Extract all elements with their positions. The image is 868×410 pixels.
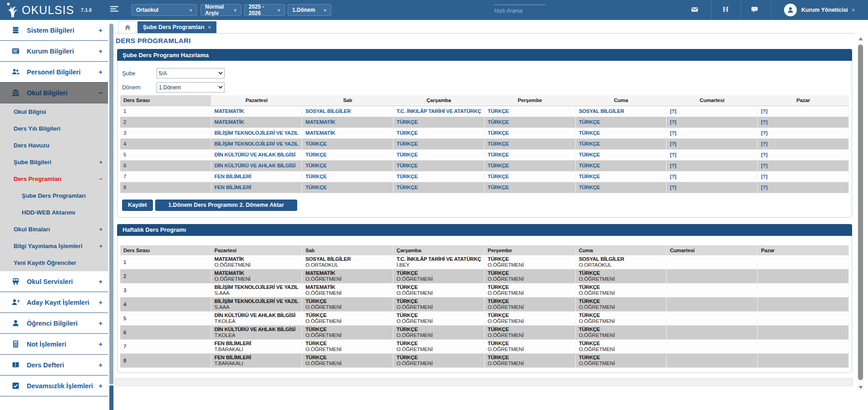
archive-select[interactable]: Normal Arşiv∨ xyxy=(201,4,241,16)
sidebar-item-okul-binalari[interactable]: Okul Binaları+ xyxy=(0,221,108,238)
sidebar-item-sube-bilgileri[interactable]: Şube Bilgileri+ xyxy=(0,154,108,171)
empty-slot-link[interactable]: [?] xyxy=(758,171,849,182)
user-role-label[interactable]: Kurum Yöneticisi xyxy=(801,7,848,13)
lesson-link[interactable]: TÜRKÇE xyxy=(393,171,485,182)
term-select[interactable]: 1.Dönem∨ xyxy=(288,4,331,16)
school-level-select[interactable]: Ortaokul∨ xyxy=(132,4,197,16)
scroll-down-arrow[interactable] xyxy=(858,386,863,389)
lesson-link[interactable]: TÜRKÇE xyxy=(575,138,667,149)
lesson-link[interactable]: TÜRKÇE xyxy=(575,171,667,182)
sidebar-item-ders-defteri[interactable]: Ders Defteri+ xyxy=(0,355,108,376)
lesson-link[interactable]: TÜRKÇE xyxy=(484,182,575,193)
help-h-icon[interactable]: H xyxy=(721,5,730,14)
lesson-link[interactable]: T.C. İNKILÂP TARİHİ VE ATATÜRKÇ xyxy=(393,106,485,117)
collapse-minus-icon[interactable]: − xyxy=(98,89,103,97)
expand-plus-icon[interactable]: + xyxy=(98,319,103,327)
school-year-select[interactable]: 2025 - 2026∨ xyxy=(244,4,285,16)
sidebar-item-devamsizlik-islemleri[interactable]: Devamsızlık İşlemleri+ xyxy=(0,376,108,396)
lesson-link[interactable]: TÜRKÇE xyxy=(484,171,575,182)
expand-plus-icon[interactable]: + xyxy=(98,361,103,369)
lesson-link[interactable]: TÜRKÇE xyxy=(484,117,575,127)
lesson-link[interactable]: DİN KÜLTÜRÜ VE AHLAK BİLGİSİ xyxy=(211,149,302,160)
lesson-link[interactable]: TÜRKÇE xyxy=(484,138,575,149)
chat-icon[interactable] xyxy=(750,6,759,14)
save-button[interactable]: Kaydet xyxy=(122,200,153,211)
sidebar-item-ders-havuzu[interactable]: Ders Havuzu xyxy=(0,137,108,154)
sidebar-item-hdd-web-aktarimi[interactable]: HDD-WEB Aktarımı xyxy=(0,204,108,221)
lesson-link[interactable]: TÜRKÇE xyxy=(393,138,485,149)
lesson-link[interactable]: TÜRKÇE xyxy=(393,182,485,193)
lesson-link[interactable]: TÜRKÇE xyxy=(484,106,575,117)
expand-plus-icon[interactable]: + xyxy=(98,26,103,34)
lesson-link[interactable]: TÜRKÇE xyxy=(302,171,393,182)
lesson-link[interactable]: TÜRKÇE xyxy=(575,149,667,160)
lesson-link[interactable]: TÜRKÇE xyxy=(302,160,393,171)
lesson-link[interactable]: TÜRKÇE xyxy=(302,149,393,160)
sidebar-item-not-islemleri[interactable]: Not İşlemleri+ xyxy=(0,334,108,355)
empty-slot-link[interactable]: [?] xyxy=(667,149,758,160)
lesson-link[interactable]: TÜRKÇE xyxy=(302,138,393,149)
vertical-scrollbar-thumb[interactable] xyxy=(858,44,863,380)
lesson-link[interactable]: BİLİŞİM TEKNOLOJİLERİ VE YAZIL xyxy=(211,127,302,138)
sidebar-item-okul-bilgileri[interactable]: Okul Bilgileri− xyxy=(0,83,108,103)
lesson-link[interactable]: TÜRKÇE xyxy=(393,127,485,138)
lesson-link[interactable]: TÜRKÇE xyxy=(484,160,575,171)
tab-home[interactable] xyxy=(118,21,137,33)
expand-plus-icon[interactable]: + xyxy=(98,298,103,306)
empty-slot-link[interactable]: [?] xyxy=(667,138,758,149)
lesson-link[interactable]: FEN BİLİMLERİ xyxy=(211,182,302,193)
lesson-link[interactable]: FEN BİLİMLERİ xyxy=(211,171,302,182)
search-input[interactable] xyxy=(493,7,548,15)
mail-icon[interactable] xyxy=(691,6,699,14)
lesson-link[interactable]: TÜRKÇE xyxy=(393,117,485,127)
sidebar-item-ogrenci-bilgileri[interactable]: Öğrenci Bilgileri+ xyxy=(0,313,108,334)
lesson-link[interactable]: DİN KÜLTÜRÜ VE AHLAK BİLGİSİ xyxy=(211,160,302,171)
empty-slot-link[interactable]: [?] xyxy=(758,127,849,138)
empty-slot-link[interactable]: [?] xyxy=(758,138,849,149)
sidebar-item-aday-kayit-islemleri[interactable]: Aday Kayıt İşlemleri+ xyxy=(0,292,108,313)
empty-slot-link[interactable]: [?] xyxy=(667,160,758,171)
empty-slot-link[interactable]: [?] xyxy=(667,106,758,117)
expand-plus-icon[interactable]: + xyxy=(98,47,103,55)
lesson-link[interactable]: TÜRKÇE xyxy=(484,149,575,160)
empty-slot-link[interactable]: [?] xyxy=(667,182,758,193)
donem-select[interactable]: 1.Dönem xyxy=(157,82,225,93)
sidebar-item-sistem-bilgileri[interactable]: Sistem Bilgileri+ xyxy=(0,20,108,41)
horizontal-scrollbar[interactable] xyxy=(115,378,853,386)
tab-sube-ders-programlari[interactable]: Şube Ders Programları × xyxy=(137,21,216,33)
lesson-link[interactable]: TÜRKÇE xyxy=(393,149,485,160)
sidebar-item-sube-ders-programlari[interactable]: Şube Ders Programları xyxy=(0,187,108,204)
sidebar-item-yeni-kayitli-ogrenciler[interactable]: Yeni Kayıtlı Öğrenciler xyxy=(0,254,108,271)
empty-slot-link[interactable]: [?] xyxy=(667,117,758,127)
lesson-link[interactable]: MATEMATİK xyxy=(302,117,393,127)
lesson-link[interactable]: SOSYAL BİLGİLER xyxy=(302,106,393,117)
lesson-link[interactable]: MATEMATİK xyxy=(211,106,302,117)
sidebar-item-okul-servisleri[interactable]: Okul Servisleri+ xyxy=(0,271,108,292)
lesson-link[interactable]: TÜRKÇE xyxy=(575,160,667,171)
lesson-link[interactable]: TÜRKÇE xyxy=(575,117,667,127)
lesson-link[interactable]: MATEMATİK xyxy=(302,127,393,138)
expand-plus-icon[interactable]: + xyxy=(98,340,103,348)
copy-term-button[interactable]: 1.Dönem Ders Programını 2. Döneme Aktar xyxy=(155,200,297,211)
tab-close-icon[interactable]: × xyxy=(208,24,211,30)
lesson-link[interactable]: TÜRKÇE xyxy=(575,127,667,138)
lesson-link[interactable]: SOSYAL BİLGİLER xyxy=(575,106,667,117)
sidebar-item-personel-bilgileri[interactable]: Personel Bilgileri+ xyxy=(0,62,108,83)
sidebar-item-bilgi-yayinlama-islemleri[interactable]: Bilgi Yayınlama İşlemleri+ xyxy=(0,238,108,254)
expand-plus-icon[interactable]: + xyxy=(98,382,103,390)
sube-select[interactable]: 5/A xyxy=(157,68,225,78)
collapse-minus-icon[interactable]: − xyxy=(99,176,103,182)
expand-plus-icon[interactable]: + xyxy=(98,278,103,285)
sidebar-item-ders-programlari[interactable]: Ders Programları− xyxy=(0,171,108,187)
empty-slot-link[interactable]: [?] xyxy=(758,149,849,160)
menu-icon[interactable] xyxy=(110,6,118,13)
empty-slot-link[interactable]: [?] xyxy=(758,117,849,127)
sidebar-scrollbar-thumb[interactable] xyxy=(109,24,113,385)
scroll-up-arrow[interactable] xyxy=(858,37,863,40)
lesson-link[interactable]: TÜRKÇE xyxy=(484,127,575,138)
expand-plus-icon[interactable]: + xyxy=(99,159,103,166)
lesson-link[interactable]: BİLİŞİM TEKNOLOJİLERİ VE YAZIL xyxy=(211,138,302,149)
user-avatar-icon[interactable] xyxy=(784,4,797,16)
lesson-link[interactable]: TÜRKÇE xyxy=(302,182,393,193)
sidebar-item-ders-yili-bilgileri[interactable]: Ders Yılı Bilgileri xyxy=(0,120,108,137)
